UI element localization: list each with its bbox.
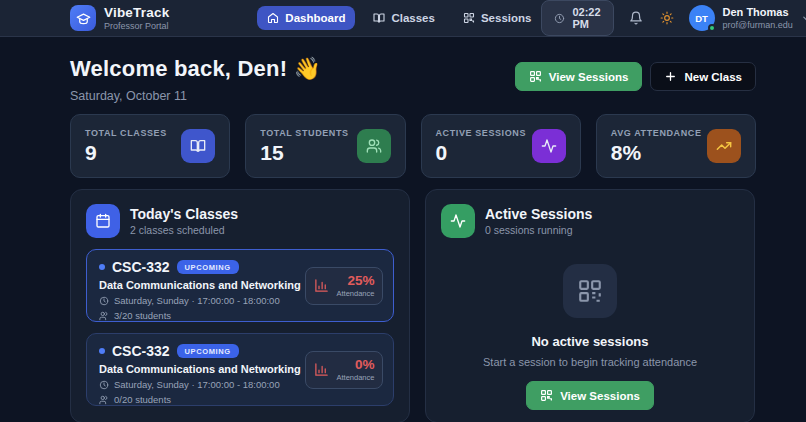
calendar-icon <box>86 204 120 238</box>
avatar: DT <box>689 5 715 31</box>
stat-card-avg-attendance: AVG ATTENDANCE 8% <box>596 114 756 178</box>
activity-icon <box>441 204 475 238</box>
class-card[interactable]: CSC-332 UPCOMING Data Communications and… <box>86 249 394 322</box>
user-name: Den Thomas <box>723 6 793 19</box>
current-date: Saturday, October 11 <box>70 89 321 103</box>
activity-icon <box>532 129 566 163</box>
header: VibeTrack Professor Portal Dashboard Cla… <box>0 0 806 37</box>
stat-value: 0 <box>436 141 527 165</box>
new-class-button[interactable]: New Class <box>650 62 756 91</box>
stat-value: 15 <box>260 141 348 165</box>
attendance-label: Attendance <box>337 289 375 298</box>
book-icon <box>373 12 385 24</box>
attendance-label: Attendance <box>337 373 375 382</box>
class-students: 0/20 students <box>99 394 381 405</box>
status-dot <box>99 264 105 270</box>
clock-icon <box>99 296 109 306</box>
qr-grid-icon <box>463 12 475 24</box>
sun-icon <box>660 11 674 25</box>
stat-label: TOTAL CLASSES <box>85 128 167 138</box>
header-right: 02:22 PM DT Den Thomas prof@furman.edu <box>541 0 806 36</box>
home-icon <box>267 12 279 24</box>
upcoming-badge: UPCOMING <box>177 344 239 358</box>
empty-title: No active sessions <box>441 334 739 349</box>
stat-label: ACTIVE SESSIONS <box>436 128 527 138</box>
view-sessions-label: View Sessions <box>549 71 629 83</box>
main-nav: Dashboard Classes Sessions <box>257 6 541 30</box>
panel-subtitle: 0 sessions running <box>485 224 592 236</box>
stat-card-active-sessions: ACTIVE SESSIONS 0 <box>421 114 581 178</box>
bar-chart-icon <box>314 362 329 377</box>
todays-classes-panel: Today's Classes 2 classes scheduled CSC-… <box>70 189 410 422</box>
view-sessions-button[interactable]: View Sessions <box>526 381 654 410</box>
user-menu[interactable]: DT Den Thomas prof@furman.edu <box>689 5 806 31</box>
attendance-value: 0% <box>337 357 375 372</box>
chevron-down-icon <box>801 13 806 24</box>
class-code: CSC-332 <box>112 259 170 275</box>
avatar-initials: DT <box>695 13 708 24</box>
upcoming-badge: UPCOMING <box>177 260 239 274</box>
main-content: Welcome back, Den! 👋 Saturday, October 1… <box>0 37 806 422</box>
attendance-pill: 25% Attendance <box>305 267 383 305</box>
qr-grid-icon <box>529 70 542 83</box>
clock-icon <box>99 380 109 390</box>
nav-classes[interactable]: Classes <box>363 6 444 30</box>
nav-sessions[interactable]: Sessions <box>453 6 542 30</box>
panel-title: Today's Classes <box>130 206 238 222</box>
header-actions: View Sessions New Class <box>515 62 756 91</box>
new-class-label: New Class <box>684 71 742 83</box>
theme-toggle-button[interactable] <box>658 9 676 27</box>
stat-label: TOTAL STUDENTS <box>260 128 348 138</box>
stat-value: 8% <box>611 141 702 165</box>
view-sessions-button[interactable]: View Sessions <box>515 62 643 91</box>
page-title: Welcome back, Den! 👋 <box>70 56 321 82</box>
attendance-pill: 0% Attendance <box>305 351 383 389</box>
bell-icon <box>629 11 643 25</box>
todays-classes-header: Today's Classes 2 classes scheduled <box>86 204 394 238</box>
graduation-cap-icon <box>70 5 96 31</box>
nav-sessions-label: Sessions <box>481 12 532 24</box>
stat-value: 9 <box>85 141 167 165</box>
stats-row: TOTAL CLASSES 9 TOTAL STUDENTS 15 ACTIVE… <box>70 114 756 178</box>
welcome-section: Welcome back, Den! 👋 Saturday, October 1… <box>70 56 756 103</box>
time-display: 02:22 PM <box>541 0 613 36</box>
nav-dashboard[interactable]: Dashboard <box>257 6 355 30</box>
empty-state: No active sessions Start a session to be… <box>441 264 739 410</box>
app-title: VibeTrack <box>104 5 169 20</box>
class-card[interactable]: CSC-332 UPCOMING Data Communications and… <box>86 333 394 406</box>
attendance-value: 25% <box>337 273 375 288</box>
active-sessions-panel: Active Sessions 0 sessions running No ac… <box>425 189 755 422</box>
time-value: 02:22 PM <box>572 6 600 30</box>
trending-up-icon <box>707 129 741 163</box>
book-open-icon <box>181 129 215 163</box>
user-email: prof@furman.edu <box>723 20 793 30</box>
panel-subtitle: 2 classes scheduled <box>130 224 238 236</box>
brand: VibeTrack Professor Portal <box>70 5 169 31</box>
qr-code-icon <box>563 264 617 318</box>
active-sessions-header: Active Sessions 0 sessions running <box>441 204 739 238</box>
class-students: 3/20 students <box>99 310 381 321</box>
plus-icon <box>664 70 677 83</box>
status-dot <box>99 348 105 354</box>
bar-chart-icon <box>314 278 329 293</box>
nav-classes-label: Classes <box>391 12 434 24</box>
stat-card-total-classes: TOTAL CLASSES 9 <box>70 114 230 178</box>
qr-grid-icon <box>540 389 553 402</box>
users-icon <box>99 395 109 405</box>
empty-subtitle: Start a session to begin tracking attend… <box>441 356 739 368</box>
users-icon <box>99 311 109 321</box>
stat-label: AVG ATTENDANCE <box>611 128 702 138</box>
panel-title: Active Sessions <box>485 206 592 222</box>
class-code: CSC-332 <box>112 343 170 359</box>
stat-card-total-students: TOTAL STUDENTS 15 <box>245 114 405 178</box>
notifications-button[interactable] <box>627 9 645 27</box>
users-icon <box>357 129 391 163</box>
clock-icon <box>554 13 565 24</box>
panels-row: Today's Classes 2 classes scheduled CSC-… <box>70 189 756 422</box>
nav-dashboard-label: Dashboard <box>285 12 345 24</box>
online-status-dot <box>708 24 716 32</box>
view-sessions-label: View Sessions <box>560 390 640 402</box>
app-subtitle: Professor Portal <box>104 21 169 31</box>
